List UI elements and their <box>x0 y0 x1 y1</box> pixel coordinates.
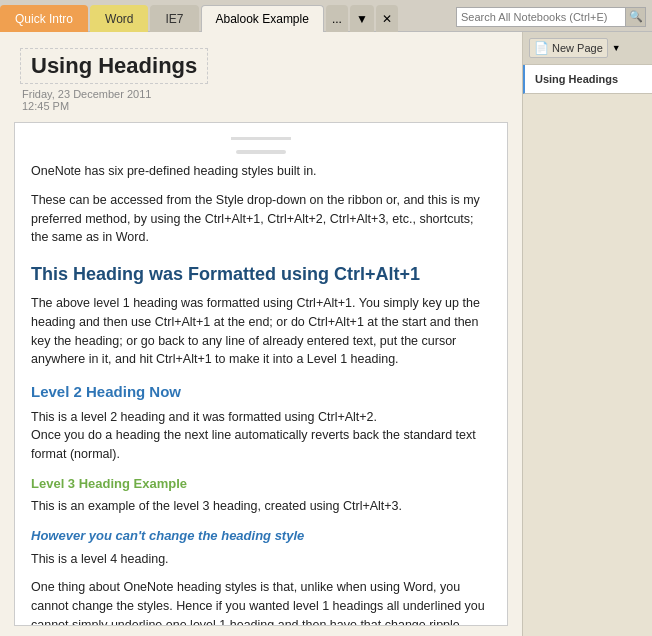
new-page-button[interactable]: 📄 New Page <box>529 38 608 58</box>
tab-quick-intro[interactable]: Quick Intro <box>0 5 88 32</box>
tab-more-label: ... <box>332 12 342 26</box>
tab-abalook-label: Abalook Example <box>216 12 309 26</box>
new-page-icon: 📄 <box>534 41 549 55</box>
page-date: Friday, 23 December 2011 <box>22 88 502 100</box>
sidebar-page-label: Using Headings <box>535 73 618 85</box>
tab-word[interactable]: Word <box>90 5 148 32</box>
search-box: 🔍 <box>456 2 646 31</box>
tab-dropdown-button[interactable]: ▼ <box>350 5 374 32</box>
sidebar: 📄 New Page ▼ Using Headings <box>522 32 652 636</box>
search-button[interactable]: 🔍 <box>626 7 646 27</box>
paragraph-2: These can be accessed from the Style dro… <box>31 191 491 247</box>
paragraph-7: One thing about OneNote heading styles i… <box>31 578 491 626</box>
tab-quick-intro-label: Quick Intro <box>15 12 73 26</box>
tab-settings-button[interactable]: ✕ <box>376 5 398 32</box>
paragraph-4: This is a level 2 heading and it was for… <box>31 408 491 464</box>
paragraph-1: OneNote has six pre-defined heading styl… <box>31 162 491 181</box>
page-title[interactable]: Using Headings <box>20 48 208 84</box>
page-header: Using Headings Friday, 23 December 2011 … <box>0 32 522 122</box>
content-area: Using Headings Friday, 23 December 2011 … <box>0 32 522 636</box>
new-page-label: New Page <box>552 42 603 54</box>
heading-1: This Heading was Formatted using Ctrl+Al… <box>31 261 491 288</box>
page-time: 12:45 PM <box>22 100 502 112</box>
tab-ie7[interactable]: IE7 <box>150 5 198 32</box>
heading-2: Level 2 Heading Now <box>31 381 491 404</box>
search-icon: 🔍 <box>629 10 643 23</box>
resize-handle <box>236 150 286 154</box>
paragraph-5: This is an example of the level 3 headin… <box>31 497 491 516</box>
search-input[interactable] <box>456 7 626 27</box>
tab-settings-icon: ✕ <box>382 12 392 26</box>
sidebar-page-using-headings[interactable]: Using Headings <box>523 65 652 94</box>
sidebar-dropdown-arrow[interactable]: ▼ <box>612 43 621 53</box>
tab-bar: Quick Intro Word IE7 Abalook Example ...… <box>0 0 652 32</box>
heading-4: However you can't change the heading sty… <box>31 526 491 546</box>
tab-more-button[interactable]: ... <box>326 5 348 32</box>
paragraph-3: The above level 1 heading was formatted … <box>31 294 491 369</box>
main-area: Using Headings Friday, 23 December 2011 … <box>0 32 652 636</box>
note-container[interactable]: OneNote has six pre-defined heading styl… <box>14 122 508 626</box>
tab-ie7-label: IE7 <box>165 12 183 26</box>
sidebar-toolbar: 📄 New Page ▼ <box>523 32 652 65</box>
tab-word-label: Word <box>105 12 133 26</box>
tab-arrow-icon: ▼ <box>356 12 368 26</box>
tab-abalook-example[interactable]: Abalook Example <box>201 5 324 32</box>
heading-3: Level 3 Heading Example <box>31 474 491 494</box>
paragraph-6: This is a level 4 heading. <box>31 550 491 569</box>
